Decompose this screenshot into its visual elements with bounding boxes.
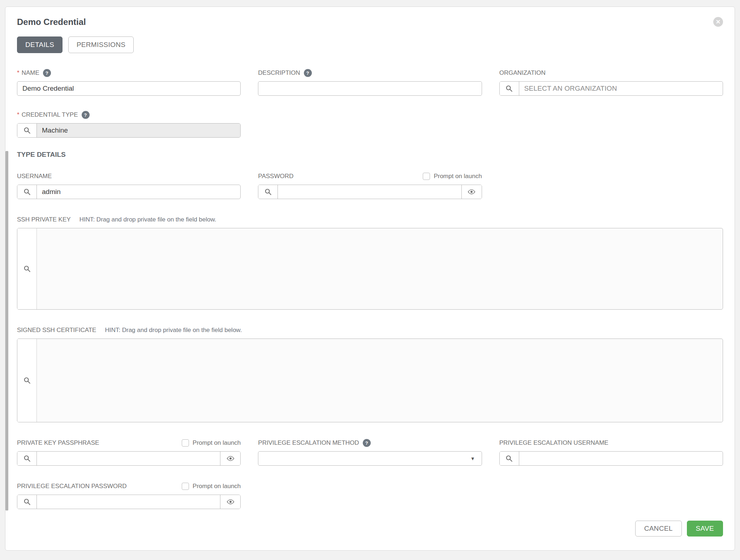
password-search-icon[interactable] <box>258 185 278 199</box>
type-details-heading: TYPE DETAILS <box>17 151 723 159</box>
field-username: USERNAME <box>17 172 241 199</box>
name-input[interactable] <box>17 81 241 96</box>
credential-type-input <box>37 124 240 137</box>
username-search-icon[interactable] <box>17 185 37 199</box>
field-privilege-escalation-username: PRIVILEGE ESCALATION USERNAME <box>499 439 723 466</box>
privilege-escalation-password-label: PRIVILEGE ESCALATION PASSWORD <box>17 483 127 490</box>
help-glyph: ? <box>365 440 368 446</box>
field-private-key-passphrase: PRIVATE KEY PASSPHRASE Prompt on launch <box>17 439 241 466</box>
modal-header: Demo Credential ✕ <box>17 17 723 28</box>
field-description: DESCRIPTION ? <box>258 69 482 96</box>
field-privilege-escalation-method: PRIVILEGE ESCALATION METHOD ? ▼ <box>258 439 482 466</box>
privilege-escalation-password-input[interactable] <box>37 495 220 509</box>
cancel-label: CANCEL <box>644 525 673 533</box>
required-marker: * <box>17 111 20 119</box>
private-key-passphrase-prompt-checkbox[interactable] <box>182 439 189 447</box>
credential-form-card: Demo Credential ✕ DETAILS PERMISSIONS * … <box>5 7 735 551</box>
search-icon <box>23 498 31 505</box>
privilege-escalation-username-label: PRIVILEGE ESCALATION USERNAME <box>499 439 608 447</box>
ssh-private-key-hint: HINT: Drag and drop private file on the … <box>79 216 216 223</box>
tab-bar: DETAILS PERMISSIONS <box>17 36 723 53</box>
tab-permissions-label: PERMISSIONS <box>77 41 125 49</box>
privilege-escalation-username-input[interactable] <box>519 452 723 465</box>
privilege-escalation-password-prompt-label: Prompt on launch <box>193 483 241 490</box>
search-icon <box>505 455 513 462</box>
private-key-passphrase-label: PRIVATE KEY PASSPHRASE <box>17 439 99 447</box>
privilege-escalation-method-select[interactable]: ▼ <box>258 451 482 466</box>
username-input[interactable] <box>37 185 240 199</box>
field-ssh-private-key: SSH PRIVATE KEY HINT: Drag and drop priv… <box>17 216 723 310</box>
field-privilege-escalation-password: PRIVILEGE ESCALATION PASSWORD Prompt on … <box>17 482 241 509</box>
credential-type-label: CREDENTIAL TYPE <box>22 111 78 119</box>
tab-details-label: DETAILS <box>25 41 54 49</box>
username-label: USERNAME <box>17 173 52 180</box>
organization-label: ORGANIZATION <box>499 69 546 77</box>
password-input[interactable] <box>278 185 461 199</box>
signed-ssh-certificate-search-icon[interactable] <box>17 339 37 422</box>
privilege-escalation-password-show-eye-icon[interactable] <box>220 495 240 509</box>
description-label: DESCRIPTION <box>258 69 300 77</box>
field-credential-type: * CREDENTIAL TYPE ? <box>17 111 241 138</box>
credential-type-search-icon[interactable] <box>17 124 37 137</box>
cancel-button[interactable]: CANCEL <box>635 521 682 537</box>
description-input[interactable] <box>258 81 482 96</box>
ssh-private-key-label: SSH PRIVATE KEY <box>17 216 71 223</box>
ssh-private-key-search-icon[interactable] <box>17 228 37 309</box>
tab-details[interactable]: DETAILS <box>17 36 63 53</box>
organization-input[interactable] <box>519 82 723 95</box>
signed-ssh-certificate-label: SIGNED SSH CERTIFICATE <box>17 327 96 334</box>
private-key-passphrase-prompt-label: Prompt on launch <box>193 439 241 447</box>
credential-type-help-icon[interactable]: ? <box>82 111 90 119</box>
search-icon <box>23 377 31 384</box>
required-marker: * <box>17 69 20 77</box>
organization-search-icon[interactable] <box>500 82 519 95</box>
eye-icon <box>227 498 235 506</box>
search-icon <box>23 455 31 462</box>
password-label: PASSWORD <box>258 173 293 180</box>
signed-ssh-certificate-hint: HINT: Drag and drop private file on the … <box>105 327 242 334</box>
help-glyph: ? <box>84 112 87 118</box>
privilege-escalation-username-search-icon[interactable] <box>500 452 519 465</box>
name-help-icon[interactable]: ? <box>43 69 51 77</box>
field-name: * NAME ? <box>17 69 241 96</box>
search-icon <box>23 127 31 134</box>
privilege-escalation-password-search-icon[interactable] <box>17 495 37 509</box>
search-icon <box>23 265 31 272</box>
vertical-scrollbar-thumb[interactable] <box>5 151 8 511</box>
name-label: NAME <box>22 69 39 77</box>
private-key-passphrase-input[interactable] <box>37 452 220 465</box>
ssh-private-key-textarea[interactable] <box>37 228 723 309</box>
password-prompt-label: Prompt on launch <box>434 173 482 180</box>
help-glyph: ? <box>306 70 309 76</box>
signed-ssh-certificate-textarea[interactable] <box>37 339 723 422</box>
page-title: Demo Credential <box>17 17 86 27</box>
help-glyph: ? <box>46 70 48 76</box>
privilege-escalation-password-prompt-checkbox[interactable] <box>182 483 189 490</box>
form-actions: CANCEL SAVE <box>17 521 723 537</box>
eye-icon <box>468 188 476 196</box>
save-button[interactable]: SAVE <box>687 521 723 537</box>
close-glyph: ✕ <box>716 19 720 25</box>
field-password: PASSWORD Prompt on launch <box>258 172 482 199</box>
private-key-passphrase-search-icon[interactable] <box>17 452 37 465</box>
chevron-down-icon: ▼ <box>470 456 475 461</box>
search-icon <box>23 188 31 195</box>
search-icon <box>505 85 513 92</box>
save-label: SAVE <box>696 525 714 533</box>
privilege-escalation-method-label: PRIVILEGE ESCALATION METHOD <box>258 439 359 447</box>
close-icon[interactable]: ✕ <box>713 17 723 27</box>
description-help-icon[interactable]: ? <box>304 69 312 77</box>
search-icon <box>264 188 272 195</box>
field-signed-ssh-certificate: SIGNED SSH CERTIFICATE HINT: Drag and dr… <box>17 326 723 422</box>
privilege-escalation-method-help-icon[interactable]: ? <box>363 439 371 447</box>
private-key-passphrase-show-eye-icon[interactable] <box>220 452 240 465</box>
tab-permissions[interactable]: PERMISSIONS <box>68 36 134 53</box>
password-show-eye-icon[interactable] <box>461 185 482 199</box>
eye-icon <box>227 455 235 462</box>
field-organization: ORGANIZATION <box>499 69 723 96</box>
password-prompt-checkbox[interactable] <box>423 173 430 180</box>
